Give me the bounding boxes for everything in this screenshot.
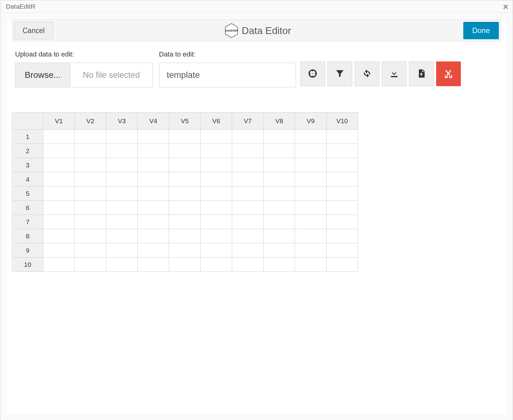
grid-cell[interactable] xyxy=(295,258,327,272)
grid-cell[interactable] xyxy=(75,258,106,272)
grid-cell[interactable] xyxy=(295,172,327,187)
grid-cell[interactable] xyxy=(138,215,169,229)
grid-cell[interactable] xyxy=(201,201,232,215)
row-header[interactable]: 8 xyxy=(12,229,43,243)
grid-cell[interactable] xyxy=(169,130,201,144)
row-header[interactable]: 10 xyxy=(12,258,43,272)
grid-cell[interactable] xyxy=(264,144,295,158)
grid-cell[interactable] xyxy=(264,258,295,272)
grid-cell[interactable] xyxy=(201,130,232,144)
column-header[interactable]: V8 xyxy=(264,112,295,130)
grid-cell[interactable] xyxy=(43,215,75,229)
column-header[interactable]: V9 xyxy=(295,112,327,130)
column-header[interactable]: V5 xyxy=(169,112,201,130)
grid-cell[interactable] xyxy=(201,258,232,272)
grid-cell[interactable] xyxy=(264,130,295,144)
row-header[interactable]: 3 xyxy=(12,158,43,172)
grid-cell[interactable] xyxy=(201,187,232,201)
grid-cell[interactable] xyxy=(75,243,106,258)
grid-cell[interactable] xyxy=(264,215,295,229)
grid-cell[interactable] xyxy=(75,229,106,243)
grid-cell[interactable] xyxy=(201,215,232,229)
corner-cell[interactable] xyxy=(12,112,43,130)
grid-cell[interactable] xyxy=(201,144,232,158)
cut-button[interactable] xyxy=(436,61,461,86)
grid-cell[interactable] xyxy=(295,229,327,243)
column-header[interactable]: V7 xyxy=(232,112,264,130)
browse-button[interactable]: Browse... xyxy=(15,63,70,87)
grid-cell[interactable] xyxy=(232,130,264,144)
grid-cell[interactable] xyxy=(327,187,358,201)
grid-cell[interactable] xyxy=(43,229,75,243)
grid-cell[interactable] xyxy=(327,243,358,258)
grid-cell[interactable] xyxy=(138,158,169,172)
grid-cell[interactable] xyxy=(232,172,264,187)
row-header[interactable]: 4 xyxy=(12,172,43,187)
grid-cell[interactable] xyxy=(264,229,295,243)
grid-cell[interactable] xyxy=(169,229,201,243)
column-header[interactable]: V6 xyxy=(201,112,232,130)
grid-cell[interactable] xyxy=(295,243,327,258)
data-grid[interactable]: V1 V2 V3 V4 V5 V6 V7 V8 V9 V10 xyxy=(12,112,358,272)
grid-cell[interactable] xyxy=(264,172,295,187)
grid-cell[interactable] xyxy=(106,229,138,243)
grid-cell[interactable] xyxy=(43,258,75,272)
grid-cell[interactable] xyxy=(106,158,138,172)
row-header[interactable]: 1 xyxy=(12,130,43,144)
column-header[interactable]: V1 xyxy=(43,112,75,130)
grid-cell[interactable] xyxy=(106,130,138,144)
grid-cell[interactable] xyxy=(138,201,169,215)
grid-cell[interactable] xyxy=(43,158,75,172)
grid-cell[interactable] xyxy=(295,215,327,229)
grid-cell[interactable] xyxy=(75,130,106,144)
grid-cell[interactable] xyxy=(295,187,327,201)
filter-button[interactable] xyxy=(327,61,352,86)
grid-cell[interactable] xyxy=(75,201,106,215)
grid-cell[interactable] xyxy=(138,229,169,243)
grid-cell[interactable] xyxy=(327,201,358,215)
save-file-button[interactable] xyxy=(409,61,434,86)
grid-cell[interactable] xyxy=(75,187,106,201)
grid-cell[interactable] xyxy=(169,258,201,272)
grid-cell[interactable] xyxy=(201,158,232,172)
grid-cell[interactable] xyxy=(327,215,358,229)
grid-cell[interactable] xyxy=(138,172,169,187)
grid-cell[interactable] xyxy=(169,158,201,172)
grid-cell[interactable] xyxy=(138,243,169,258)
grid-cell[interactable] xyxy=(232,258,264,272)
grid-cell[interactable] xyxy=(327,229,358,243)
grid-cell[interactable] xyxy=(106,258,138,272)
grid-cell[interactable] xyxy=(138,187,169,201)
grid-cell[interactable] xyxy=(264,201,295,215)
download-button[interactable] xyxy=(382,61,407,86)
grid-cell[interactable] xyxy=(106,201,138,215)
grid-cell[interactable] xyxy=(201,172,232,187)
grid-cell[interactable] xyxy=(169,243,201,258)
grid-cell[interactable] xyxy=(106,144,138,158)
grid-cell[interactable] xyxy=(169,215,201,229)
grid-cell[interactable] xyxy=(295,201,327,215)
grid-cell[interactable] xyxy=(327,130,358,144)
grid-cell[interactable] xyxy=(264,158,295,172)
grid-cell[interactable] xyxy=(169,172,201,187)
done-button[interactable]: Done xyxy=(463,22,499,39)
grid-cell[interactable] xyxy=(232,215,264,229)
row-header[interactable]: 5 xyxy=(12,187,43,201)
close-icon[interactable]: × xyxy=(503,2,508,11)
grid-cell[interactable] xyxy=(138,130,169,144)
row-header[interactable]: 6 xyxy=(12,201,43,215)
column-header[interactable]: V10 xyxy=(327,112,358,130)
grid-cell[interactable] xyxy=(106,243,138,258)
row-header[interactable]: 2 xyxy=(12,144,43,158)
grid-cell[interactable] xyxy=(201,229,232,243)
row-header[interactable]: 7 xyxy=(12,215,43,229)
select-columns-button[interactable] xyxy=(300,61,325,86)
grid-cell[interactable] xyxy=(232,201,264,215)
data-select-input[interactable] xyxy=(159,63,296,87)
grid-cell[interactable] xyxy=(43,144,75,158)
grid-cell[interactable] xyxy=(43,172,75,187)
grid-cell[interactable] xyxy=(43,130,75,144)
cancel-button[interactable]: Cancel xyxy=(14,22,53,39)
row-header[interactable]: 9 xyxy=(12,243,43,258)
grid-cell[interactable] xyxy=(232,243,264,258)
